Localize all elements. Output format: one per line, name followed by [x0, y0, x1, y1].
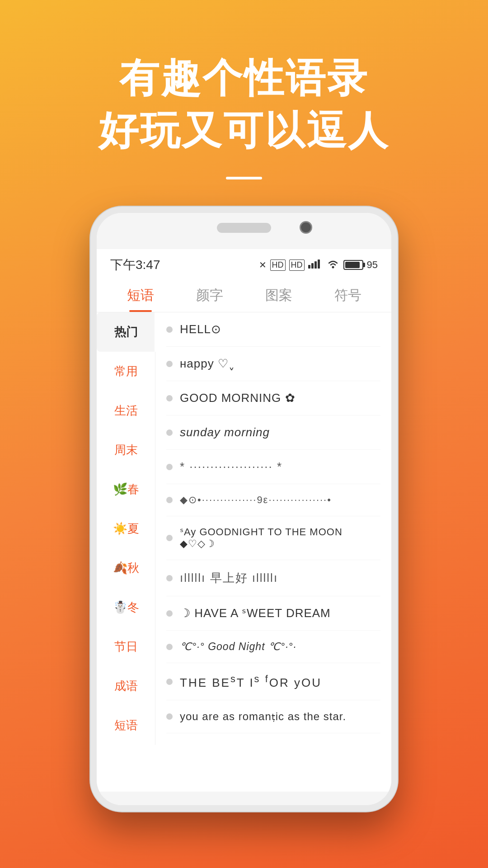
list-item[interactable]: * ···················· * [166, 450, 380, 484]
list-text: ˢAy GOODNIGHT TO THE MOON ◆♡◇☽ [180, 526, 380, 550]
list-item[interactable]: sunday morning [166, 415, 380, 450]
svg-rect-1 [311, 263, 314, 269]
signal-icon: ✕ [259, 259, 267, 270]
tab-phrase[interactable]: 短语 [106, 278, 175, 312]
phone-speaker [217, 223, 271, 233]
list-text: ılllllı 早上好 ılllllı [180, 570, 278, 586]
tab-symbol[interactable]: 符号 [313, 278, 382, 312]
svg-rect-2 [314, 261, 317, 269]
sidebar-item-summer[interactable]: ☀️夏 [97, 509, 155, 548]
battery-fill [345, 262, 360, 268]
list-item[interactable]: ◆⊙•···············9ε················• [166, 484, 380, 516]
hero-title-2: 好玩又可以逗人 [0, 107, 488, 155]
list-bullet [166, 679, 173, 685]
tab-fancy[interactable]: 颜字 [175, 278, 244, 312]
hero-section: 有趣个性语录 好玩又可以逗人 [0, 0, 488, 179]
list-text: * ···················· * [180, 460, 282, 474]
sidebar-item-winter[interactable]: ☃️冬 [97, 588, 155, 627]
svg-rect-3 [318, 259, 320, 269]
list-text: GOOD MORNING ✿ [180, 391, 296, 405]
signal-bars [308, 259, 323, 271]
list-text: ℃°·° Good Night ℃°·°· [180, 641, 296, 653]
battery-pct: 95 [367, 259, 378, 271]
sidebar: 热门 常用 生活 周末 🌿春 ☀️夏 🍂秋 ☃️冬 节日 成语 短语 [97, 312, 155, 745]
list-text: ☽ HAVE A ˢWEET DREAM [180, 606, 331, 620]
sidebar-item-common[interactable]: 常用 [97, 352, 155, 391]
list-item[interactable]: THE BEsT Is fOR yOU [166, 663, 380, 700]
list-text: HELL⊙ [180, 322, 221, 336]
tab-pattern[interactable]: 图案 [244, 278, 313, 312]
list-item[interactable]: ☽ HAVE A ˢWEET DREAM [166, 596, 380, 631]
list-item[interactable]: HELL⊙ [166, 312, 380, 347]
phone-wrapper: 下午3:47 ✕ HD HD [0, 207, 488, 811]
phone-bottom-bar [97, 792, 391, 805]
wifi-icon [326, 259, 340, 271]
phone-frame: 下午3:47 ✕ HD HD [90, 207, 398, 811]
sidebar-item-life[interactable]: 生活 [97, 391, 155, 430]
sidebar-item-spring[interactable]: 🌿春 [97, 470, 155, 509]
list-bullet [166, 395, 173, 401]
svg-rect-0 [308, 265, 310, 269]
list-text: ◆⊙•···············9ε················• [180, 494, 332, 506]
phone-screen: 下午3:47 ✕ HD HD [97, 249, 391, 792]
sidebar-item-weekend[interactable]: 周末 [97, 430, 155, 470]
list-item[interactable]: ˢAy GOODNIGHT TO THE MOON ◆♡◇☽ [166, 516, 380, 560]
list-bullet [166, 361, 173, 367]
list-item[interactable]: you are as romanṭic as the star. [166, 700, 380, 733]
svg-point-4 [332, 266, 334, 269]
tab-bar: 短语 颜字 图案 符号 [97, 278, 391, 312]
hero-title-1: 有趣个性语录 [0, 54, 488, 102]
list-bullet [166, 535, 173, 541]
list-bullet [166, 326, 173, 333]
list-text: нappy ♡ˬ [180, 357, 235, 371]
list-item[interactable]: ℃°·° Good Night ℃°·°· [166, 631, 380, 663]
list-area: HELL⊙ нappy ♡ˬ GOOD MORNING ✿ sunday mor… [155, 312, 391, 745]
sidebar-item-autumn[interactable]: 🍂秋 [97, 548, 155, 588]
battery-icon [343, 260, 363, 270]
sidebar-item-holiday[interactable]: 节日 [97, 627, 155, 666]
content-area: 热门 常用 生活 周末 🌿春 ☀️夏 🍂秋 ☃️冬 节日 成语 短语 HELL⊙ [97, 312, 391, 745]
divider [226, 177, 262, 179]
list-item[interactable]: ılllllı 早上好 ılllllı [166, 560, 380, 596]
status-icons: ✕ HD HD [259, 259, 378, 271]
list-bullet [166, 464, 173, 470]
phone-camera [300, 221, 312, 234]
list-bullet [166, 713, 173, 720]
phone-top-bar [97, 213, 391, 249]
hd-icon: HD [270, 259, 286, 271]
status-bar: 下午3:47 ✕ HD HD [97, 249, 391, 278]
list-item[interactable]: нappy ♡ˬ [166, 347, 380, 381]
list-bullet [166, 610, 173, 617]
hd-icon2: HD [289, 259, 305, 271]
list-text: you are as romanṭic as the star. [180, 710, 346, 723]
sidebar-item-hot[interactable]: 热门 [97, 312, 155, 352]
list-bullet [166, 575, 173, 581]
sidebar-item-phrase[interactable]: 短语 [97, 706, 155, 745]
list-text: sunday morning [180, 425, 270, 439]
list-bullet [166, 497, 173, 503]
sidebar-item-idiom[interactable]: 成语 [97, 666, 155, 706]
list-bullet [166, 429, 173, 436]
status-time: 下午3:47 [110, 256, 160, 274]
list-item[interactable]: GOOD MORNING ✿ [166, 381, 380, 415]
list-bullet [166, 644, 173, 650]
list-text: THE BEsT Is fOR yOU [180, 673, 322, 690]
